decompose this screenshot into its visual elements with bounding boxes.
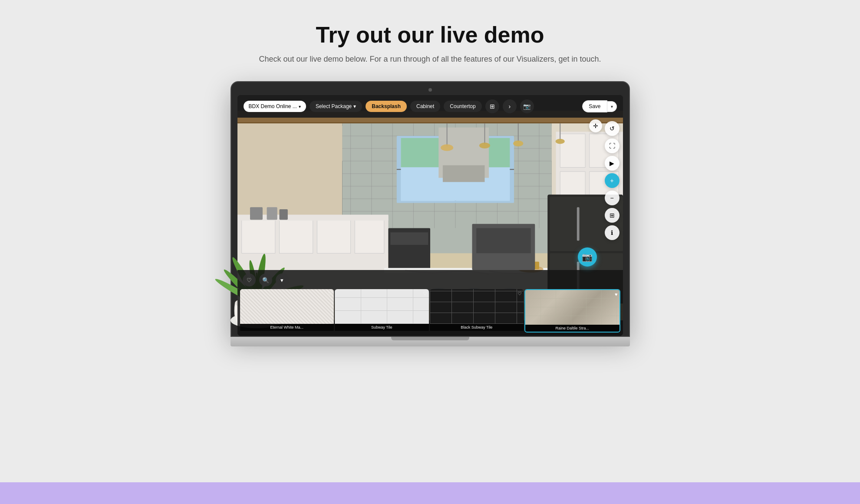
fullscreen-button[interactable]: ⛶ [605, 138, 619, 153]
tile-image-marble [240, 289, 334, 324]
svg-rect-58 [279, 220, 313, 253]
svg-rect-46 [442, 165, 484, 182]
macbook-mockup: BDX Demo Online ... ▾ Select Package ▾ B… [231, 81, 630, 346]
zoom-in-button[interactable]: + [605, 173, 619, 188]
collapse-panel-button[interactable]: ▾ [276, 273, 289, 287]
tile-card-raine[interactable]: ♥ Raine Daltile Stra... [524, 289, 620, 333]
info-icon: ℹ [611, 229, 613, 236]
project-dropdown-chevron: ▾ [299, 104, 301, 109]
reset-view-button[interactable]: ↺ [605, 121, 619, 136]
countertop-label: Countertop [450, 103, 475, 109]
countertop-tab[interactable]: Countertop [444, 101, 481, 112]
toolbar: BDX Demo Online ... ▾ Select Package ▾ B… [237, 95, 623, 118]
save-button-group: Save ▾ [582, 100, 616, 112]
bottom-accent-bar [0, 482, 860, 504]
arrow-icon-btn[interactable]: › [503, 99, 517, 113]
cabinet-label: Cabinet [416, 103, 434, 109]
heart-icon: ♡ [247, 277, 252, 283]
search-tiles-button[interactable]: 🔍 [259, 273, 272, 287]
tile-label-4: Raine Daltile Stra... [525, 325, 619, 332]
macbook-base [231, 337, 630, 346]
svg-point-48 [441, 144, 453, 151]
svg-rect-59 [317, 220, 350, 253]
svg-rect-57 [241, 220, 275, 253]
select-package-button[interactable]: Select Package ▾ [310, 101, 362, 112]
svg-point-54 [555, 139, 564, 144]
tile-favorite-3[interactable]: ♡ [517, 291, 522, 296]
reset-icon: ↺ [610, 125, 615, 132]
camera-icon-btn[interactable]: 📷 [520, 99, 534, 113]
tile-favorite-2[interactable]: ♡ [423, 291, 427, 296]
visualizer-app: BDX Demo Online ... ▾ Select Package ▾ B… [237, 95, 623, 336]
subtitle-text: Check out our live demo below. For a run… [259, 55, 601, 64]
save-button[interactable]: Save [582, 100, 607, 112]
svg-rect-60 [355, 220, 384, 253]
camera-dot [428, 88, 432, 92]
plus-icon: + [610, 177, 613, 184]
save-chevron-icon: ▾ [611, 104, 613, 109]
svg-rect-41 [560, 134, 585, 167]
right-controls: ↺ ⛶ ▶ + − [605, 121, 619, 240]
tile-image-white-subway [335, 289, 429, 324]
grid-icon-right: ⊞ [610, 212, 615, 219]
tile-label-2: Subway Tile [335, 324, 429, 331]
svg-rect-85 [279, 209, 287, 220]
svg-rect-84 [267, 207, 277, 220]
grid-icon: ⊞ [490, 103, 495, 110]
tile-label-1: Eternal White Ma... [240, 324, 334, 331]
zoom-out-button[interactable]: − [605, 191, 619, 205]
tile-favorite-4[interactable]: ♥ [615, 292, 618, 297]
kitchen-scene: ✛ ↺ ⛶ ▶ [237, 95, 623, 336]
play-button[interactable]: ▶ [605, 156, 619, 171]
select-package-label: Select Package [316, 103, 352, 109]
camera-toolbar-icon: 📷 [523, 103, 530, 110]
backsplash-tab[interactable]: Backsplash [366, 101, 407, 112]
svg-rect-71 [577, 207, 579, 240]
backsplash-label: Backsplash [372, 103, 401, 109]
tile-label-3: Black Subway Tile [430, 324, 524, 331]
page-wrapper: Try out our live demo Check out our live… [0, 0, 860, 482]
compass-icon: ✛ [593, 122, 598, 129]
more-icon-btn[interactable]: ⊞ [485, 99, 499, 113]
camera-fab-icon: 📷 [582, 252, 593, 262]
tile-image-black-subway [430, 289, 524, 324]
minus-icon: − [610, 194, 613, 201]
bottom-panel: ♡ 🔍 ▾ [237, 270, 623, 336]
save-dropdown-button[interactable]: ▾ [607, 101, 617, 112]
play-icon: ▶ [610, 160, 614, 167]
arrow-right-icon: › [508, 103, 511, 110]
search-icon: 🔍 [262, 277, 269, 283]
project-label: BDX Demo Online ... [249, 103, 297, 109]
bottom-controls-bar: ♡ 🔍 ▾ [237, 270, 623, 289]
tile-image-raine [525, 290, 619, 325]
tile-card-black-subway[interactable]: ♡ Black Subway Tile [430, 289, 524, 333]
tile-card-subway[interactable]: ♡ Subway Tile [335, 289, 429, 333]
compass-button[interactable]: ✛ [589, 119, 602, 132]
svg-point-52 [513, 141, 523, 147]
macbook-bezel: BDX Demo Online ... ▾ Select Package ▾ B… [231, 81, 630, 337]
collapse-icon: ▾ [280, 277, 283, 283]
tiles-row: ♡ Eternal White Ma... ♡ Subway Tile [237, 289, 623, 336]
expand-icon: ⛶ [609, 142, 615, 149]
screenshot-fab[interactable]: 📷 [578, 247, 597, 267]
macbook-screen: BDX Demo Online ... ▾ Select Package ▾ B… [237, 95, 623, 336]
svg-rect-74 [476, 228, 530, 253]
tile-card-eternal-white[interactable]: ♡ Eternal White Ma... [240, 289, 334, 333]
grid-view-button[interactable]: ⊞ [605, 208, 619, 223]
svg-point-50 [479, 143, 490, 149]
main-heading: Try out our live demo [316, 22, 544, 48]
favorite-button[interactable]: ♡ [243, 273, 256, 287]
tile-favorite-1[interactable]: ♡ [328, 291, 332, 296]
project-dropdown[interactable]: BDX Demo Online ... ▾ [244, 101, 306, 112]
svg-rect-83 [250, 207, 262, 220]
info-button[interactable]: ℹ [605, 225, 619, 240]
svg-rect-63 [390, 232, 428, 245]
cabinet-tab[interactable]: Cabinet [410, 101, 440, 112]
select-package-chevron: ▾ [353, 103, 356, 109]
